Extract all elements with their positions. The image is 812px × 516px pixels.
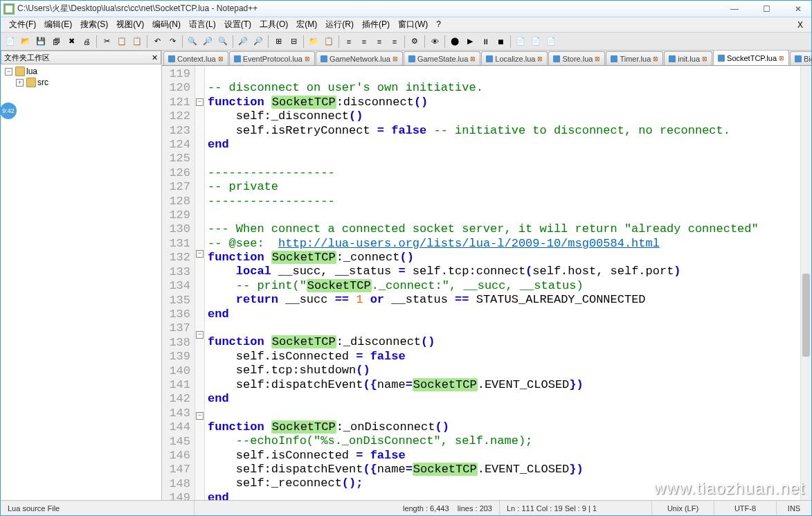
menu-item[interactable]: 搜索(S) — [76, 18, 112, 30]
editor-tab[interactable]: Context.lua⊠ — [163, 51, 228, 65]
toolbar-button[interactable]: ⚙ — [408, 35, 422, 48]
toolbar-button[interactable]: ≡ — [357, 35, 371, 48]
toolbar-button[interactable]: 🔎 — [251, 35, 265, 48]
menu-item[interactable]: 语言(L) — [185, 18, 220, 30]
tab-close-icon[interactable]: ⊠ — [218, 55, 224, 62]
editor-tab[interactable]: GameState.lua⊠ — [404, 51, 480, 65]
code-line[interactable]: end — [208, 491, 797, 500]
sidebar-close-icon[interactable]: ✕ — [152, 53, 158, 62]
toolbar-button[interactable]: ≡ — [388, 35, 402, 48]
code-line[interactable]: ------------------ — [208, 166, 797, 180]
code-line[interactable]: -- private — [208, 180, 797, 194]
code-line[interactable] — [208, 321, 797, 335]
editor-tab[interactable]: SocketTCP.lua⊠ — [713, 51, 789, 65]
code-line[interactable] — [208, 67, 797, 81]
toolbar-button[interactable]: 🔎 — [236, 35, 250, 48]
editor-tab[interactable]: EventProtocol.lua⊠ — [229, 51, 315, 65]
code-line[interactable]: -- print("SocketTCP._connect:", __succ, … — [208, 279, 797, 293]
toolbar-button[interactable]: 🗐 — [49, 35, 63, 48]
toolbar-button[interactable]: ⏸ — [478, 35, 492, 48]
toolbar-button[interactable]: 🔎 — [201, 35, 215, 48]
close-button[interactable]: ✕ — [788, 2, 809, 16]
code-line[interactable]: end — [208, 308, 797, 321]
code-line[interactable]: self:_reconnect(); — [208, 477, 797, 490]
minimize-button[interactable]: — — [724, 2, 745, 16]
code-area[interactable]: -- disconnect on user's own initiative.f… — [205, 66, 800, 500]
toolbar-button[interactable]: 🔍 — [216, 35, 230, 48]
toolbar-button[interactable]: 📋 — [130, 35, 144, 48]
toolbar-button[interactable]: ✂ — [100, 35, 114, 48]
toolbar-button[interactable]: 🖨 — [80, 35, 93, 48]
tab-close-icon[interactable]: ⊠ — [779, 55, 784, 62]
code-line[interactable]: self.tcp:shutdown() — [208, 364, 797, 377]
menu-item[interactable]: 文件(F) — [5, 18, 40, 30]
tree-root[interactable]: −lua — [3, 66, 160, 77]
file-tree[interactable]: −lua+src — [1, 64, 161, 500]
menu-close-x[interactable]: X — [793, 20, 807, 30]
toolbar-button[interactable]: ✖ — [64, 35, 78, 48]
code-line[interactable]: function SocketTCP:_onDisconnect() — [208, 420, 797, 434]
fold-icon[interactable]: − — [196, 331, 204, 339]
tab-close-icon[interactable]: ⊠ — [470, 55, 476, 62]
vertical-scrollbar[interactable] — [800, 66, 811, 500]
fold-column[interactable]: −−−− — [195, 66, 205, 500]
code-line[interactable] — [208, 152, 797, 166]
maximize-button[interactable]: ☐ — [756, 2, 777, 16]
code-line[interactable] — [208, 406, 797, 420]
code-line[interactable]: return __succ == 1 or __status == STATUS… — [208, 293, 797, 307]
tab-close-icon[interactable]: ⊠ — [393, 55, 398, 62]
fold-icon[interactable]: − — [196, 412, 204, 420]
toolbar-button[interactable]: 📄 — [544, 35, 558, 48]
menu-item[interactable]: 编辑(E) — [40, 18, 76, 30]
scrollbar-thumb[interactable] — [802, 274, 810, 357]
toolbar-button[interactable]: 🔍 — [186, 35, 199, 48]
toolbar-button[interactable]: ≡ — [342, 35, 356, 48]
menu-item[interactable]: 视图(V) — [112, 18, 148, 30]
menu-item[interactable]: 宏(M) — [292, 18, 321, 30]
code-line[interactable]: end — [208, 392, 797, 406]
code-line[interactable]: --- When connect a connected socket serv… — [208, 222, 797, 236]
editor-tab[interactable]: Localize.lua⊠ — [481, 51, 548, 65]
toolbar-button[interactable]: ⬤ — [448, 35, 462, 48]
code-line[interactable]: -- disconnect on user's own initiative. — [208, 81, 797, 95]
code-line[interactable]: self.isConnected = false — [208, 350, 797, 364]
editor-tab[interactable]: GameNetwork.lua⊠ — [316, 51, 403, 65]
code-line[interactable]: self:_disconnect() — [208, 109, 797, 123]
tree-folder[interactable]: +src — [15, 77, 160, 88]
toolbar-button[interactable]: ▶ — [463, 35, 477, 48]
code-line[interactable]: -- @see: http://lua-users.org/lists/lua-… — [208, 237, 797, 251]
code-line[interactable]: local __succ, __status = self.tcp:connec… — [208, 265, 797, 278]
menu-item[interactable]: 插件(P) — [358, 18, 394, 30]
toolbar-button[interactable]: ⊟ — [287, 35, 300, 48]
toolbar-button[interactable]: 📋 — [115, 35, 129, 48]
code-line[interactable]: self.isConnected = false — [208, 449, 797, 463]
code-line[interactable]: self:dispatchEvent({name=SocketTCP.EVENT… — [208, 463, 797, 477]
tab-close-icon[interactable]: ⊠ — [653, 55, 658, 62]
code-line[interactable]: self:dispatchEvent({name=SocketTCP.EVENT… — [208, 378, 797, 392]
toolbar-button[interactable]: 📄 — [3, 35, 17, 48]
menu-item[interactable]: 工具(O) — [255, 18, 292, 30]
code-line[interactable]: function SocketTCP:disconnect() — [208, 96, 797, 109]
toolbar-button[interactable]: 📂 — [19, 35, 33, 48]
toolbar-button[interactable]: 📄 — [529, 35, 543, 48]
menu-item[interactable]: 设置(T) — [220, 18, 255, 30]
code-line[interactable]: self.isRetryConnect = false -- initiativ… — [208, 124, 797, 138]
expand-icon[interactable]: − — [5, 68, 12, 75]
toolbar-button[interactable]: 📁 — [307, 35, 321, 48]
editor[interactable]: 1191201211221231241251261271281291301311… — [162, 66, 811, 500]
expand-icon[interactable]: + — [16, 79, 24, 87]
menu-item[interactable]: 窗口(W) — [394, 18, 432, 30]
menu-item[interactable]: 编码(N) — [148, 18, 185, 30]
toolbar-button[interactable]: 💾 — [34, 35, 48, 48]
code-line[interactable]: ------------------ — [208, 195, 797, 208]
code-line[interactable]: function SocketTCP:_disconnect() — [208, 335, 797, 349]
tab-close-icon[interactable]: ⊠ — [702, 55, 707, 62]
editor-tab[interactable]: Store.lua⊠ — [548, 51, 605, 65]
toolbar-button[interactable]: 👁 — [428, 35, 442, 48]
toolbar-button[interactable]: ↷ — [165, 35, 179, 48]
code-line[interactable]: end — [208, 138, 797, 152]
toolbar-button[interactable]: 📄 — [514, 35, 527, 48]
code-line[interactable]: function SocketTCP:_connect() — [208, 251, 797, 265]
editor-tab[interactable]: init.lua⊠ — [664, 51, 712, 65]
menu-item[interactable]: 运行(R) — [321, 18, 358, 30]
